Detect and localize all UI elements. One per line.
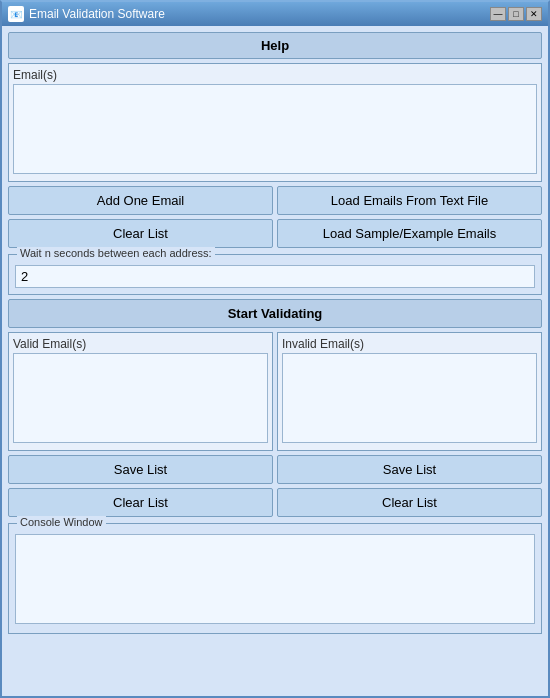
btn-row-2: Clear List Load Sample/Example Emails: [8, 219, 542, 248]
load-sample-button[interactable]: Load Sample/Example Emails: [277, 219, 542, 248]
title-bar-left: 📧 Email Validation Software: [8, 6, 165, 22]
console-input[interactable]: [15, 534, 535, 624]
results-row: Valid Email(s) Invalid Email(s): [8, 332, 542, 451]
invalid-emails-label: Invalid Email(s): [282, 337, 537, 351]
invalid-emails-input[interactable]: [282, 353, 537, 443]
start-validating-button[interactable]: Start Validating: [8, 299, 542, 328]
console-group: Console Window: [8, 523, 542, 634]
wait-legend: Wait n seconds between each address:: [17, 247, 215, 259]
main-window: 📧 Email Validation Software — □ ✕ Help E…: [0, 0, 550, 698]
title-bar: 📧 Email Validation Software — □ ✕: [2, 2, 548, 26]
minimize-button[interactable]: —: [490, 7, 506, 21]
maximize-button[interactable]: □: [508, 7, 524, 21]
window-controls: — □ ✕: [490, 7, 542, 21]
clear-list-top-button[interactable]: Clear List: [8, 219, 273, 248]
content-area: Help Email(s) Add One Email Load Emails …: [2, 26, 548, 640]
save-list-right-button[interactable]: Save List: [277, 455, 542, 484]
save-list-row: Save List Save List: [8, 455, 542, 484]
window-title: Email Validation Software: [29, 7, 165, 21]
help-button[interactable]: Help: [8, 32, 542, 59]
console-legend: Console Window: [17, 516, 106, 528]
save-list-left-button[interactable]: Save List: [8, 455, 273, 484]
add-one-email-button[interactable]: Add One Email: [8, 186, 273, 215]
clear-list-right-button[interactable]: Clear List: [277, 488, 542, 517]
emails-input[interactable]: [13, 84, 537, 174]
close-button[interactable]: ✕: [526, 7, 542, 21]
wait-input[interactable]: [15, 265, 535, 288]
clear-list-bottom-row: Clear List Clear List: [8, 488, 542, 517]
emails-label: Email(s): [13, 68, 537, 82]
btn-row-1: Add One Email Load Emails From Text File: [8, 186, 542, 215]
valid-emails-box: Valid Email(s): [8, 332, 273, 451]
load-from-file-button[interactable]: Load Emails From Text File: [277, 186, 542, 215]
emails-group: Email(s): [8, 63, 542, 182]
wait-group: Wait n seconds between each address:: [8, 254, 542, 295]
invalid-emails-box: Invalid Email(s): [277, 332, 542, 451]
valid-emails-input[interactable]: [13, 353, 268, 443]
clear-list-left-button[interactable]: Clear List: [8, 488, 273, 517]
valid-emails-label: Valid Email(s): [13, 337, 268, 351]
app-icon: 📧: [8, 6, 24, 22]
